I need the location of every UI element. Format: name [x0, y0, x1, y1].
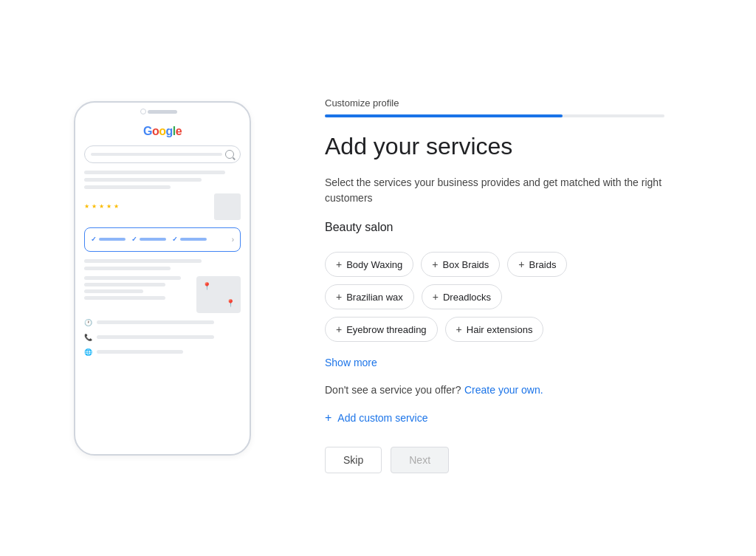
service-tag-braids[interactable]: + Braids [507, 252, 567, 277]
service-label: Braids [529, 259, 557, 270]
progress-section: Customize profile [325, 97, 712, 117]
service-tag-box-braids[interactable]: + Box Braids [421, 252, 500, 277]
service-tag-dreadlocks[interactable]: + Dreadlocks [422, 284, 502, 309]
service-tag-brazilian-wax[interactable]: + Brazilian wax [325, 284, 414, 309]
add-custom-service[interactable]: + Add custom service [325, 411, 712, 425]
service-label: Eyebrow threading [346, 324, 426, 335]
phone-stars-store-row: ★ ★ ★ ★ ★ [84, 193, 241, 220]
skip-button[interactable]: Skip [325, 447, 382, 473]
map-pin-icon: 📍 [202, 282, 211, 290]
service-label: Box Braids [442, 259, 489, 270]
services-row-2: + Brazilian wax + Dreadlocks [325, 284, 712, 309]
phone-mockup: Google ★ ★ ★ ★ ★ [44, 101, 281, 456]
phone-frame: Google ★ ★ ★ ★ ★ [74, 101, 251, 456]
services-row-3: + Eyebrow threading + Hair extensions [325, 317, 712, 342]
phone-camera [140, 109, 146, 114]
phone-google-logo: Google [84, 125, 241, 138]
map-pin-icon-2: 📍 [226, 299, 235, 307]
phone-search-input-line [91, 153, 222, 156]
plus-icon: + [336, 258, 342, 270]
phone-arrow-icon: › [232, 236, 234, 244]
service-label: Dreadlocks [443, 292, 491, 303]
right-panel: Customize profile Add your services Sele… [325, 83, 712, 473]
phone-speaker [148, 110, 177, 114]
page-description: Select the services your business provid… [325, 175, 664, 206]
progress-label: Customize profile [325, 97, 712, 109]
progress-bar-background [325, 114, 664, 117]
services-row-1: + Body Waxing + Box Braids + Braids [325, 252, 712, 277]
phone-store-icon [214, 193, 241, 220]
globe-icon: 🌐 [84, 349, 93, 356]
phone-search-icon [225, 150, 234, 159]
phone-clock-row: 🕐 [84, 319, 241, 326]
dont-see-section: Don't see a service you offer? Create yo… [325, 383, 712, 397]
service-tag-hair-extensions[interactable]: + Hair extensions [445, 317, 544, 342]
phone-icon: 📞 [84, 334, 93, 341]
create-own-link[interactable]: Create your own. [464, 384, 543, 396]
plus-icon: + [518, 258, 524, 270]
show-more-link[interactable]: Show more [325, 357, 712, 368]
plus-icon: + [432, 258, 438, 270]
category-section: Beauty salon [325, 221, 712, 237]
plus-icon: + [433, 291, 439, 303]
phone-globe-row: 🌐 [84, 349, 241, 356]
clock-icon: 🕐 [84, 319, 93, 326]
phone-stars: ★ ★ ★ ★ ★ [84, 203, 119, 210]
next-button[interactable]: Next [391, 447, 449, 473]
phone-search-bar [84, 145, 241, 163]
add-custom-plus-icon: + [325, 411, 331, 425]
phone-more-lines [84, 259, 241, 270]
google-logo-text: Google [143, 125, 182, 138]
plus-icon: + [456, 323, 462, 335]
service-label: Brazilian wax [346, 292, 403, 303]
phone-phone-row: 📞 [84, 334, 241, 341]
buttons-row: Skip Next [325, 447, 712, 473]
category-title: Beauty salon [325, 221, 712, 234]
plus-icon: + [336, 323, 342, 335]
service-label: Body Waxing [346, 259, 402, 270]
phone-map-image: 📍 📍 [196, 276, 241, 313]
service-label: Hair extensions [467, 324, 533, 335]
page-container: Google ★ ★ ★ ★ ★ [0, 0, 756, 556]
service-tag-body-waxing[interactable]: + Body Waxing [325, 252, 413, 277]
service-tag-eyebrow-threading[interactable]: + Eyebrow threading [325, 317, 438, 342]
progress-bar-fill [325, 114, 563, 117]
add-custom-label: Add custom service [337, 412, 427, 424]
phone-content-lines [84, 171, 241, 189]
plus-icon: + [336, 291, 342, 303]
phone-map-area: 📍 📍 [84, 276, 241, 313]
services-grid: + Body Waxing + Box Braids + Braids + Br… [325, 252, 712, 342]
dont-see-text: Don't see a service you offer? [325, 384, 461, 396]
phone-highlight-box: ✓ ✓ ✓ › [84, 227, 241, 252]
page-title: Add your services [325, 132, 712, 160]
